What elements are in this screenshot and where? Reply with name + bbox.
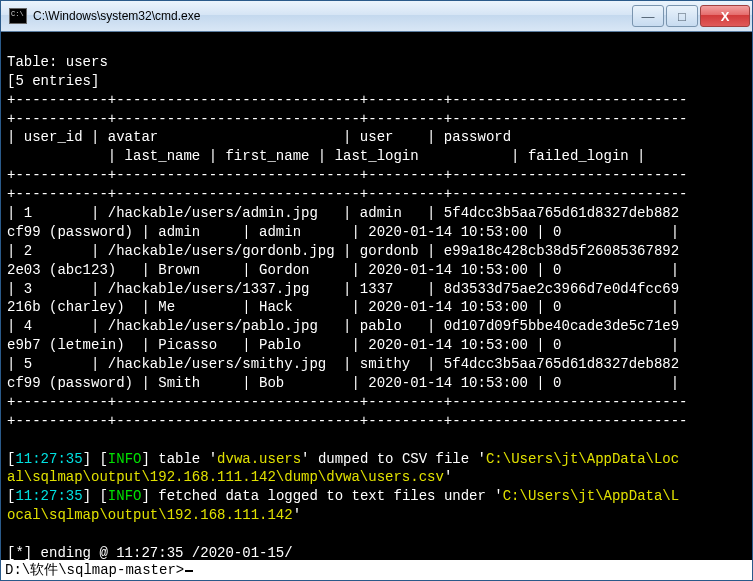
- prompt-line[interactable]: D:\软件\sqlmap-master>: [1, 560, 752, 580]
- minimize-button[interactable]: —: [632, 5, 664, 27]
- log-msg: ] fetched data logged to text files unde…: [141, 488, 502, 504]
- close-button[interactable]: X: [700, 5, 750, 27]
- table-row: 2e03 (abc123) | Brown | Gordon | 2020-01…: [7, 262, 679, 278]
- table-ref: dvwa.users: [217, 451, 301, 467]
- table-row: | 4 | /hackable/users/pablo.jpg | pablo …: [7, 318, 679, 334]
- cursor-icon: [185, 570, 193, 572]
- table-row: e9b7 (letmein) | Picasso | Pablo | 2020-…: [7, 337, 679, 353]
- entry-count: [5 entries]: [7, 73, 99, 89]
- log-msg: ] table ': [141, 451, 217, 467]
- window-title: C:\Windows\system32\cmd.exe: [33, 9, 630, 23]
- table-row: | 5 | /hackable/users/smithy.jpg | smith…: [7, 356, 679, 372]
- divider: +-----------+---------------------------…: [7, 92, 688, 108]
- title-bar[interactable]: C:\Windows\system32\cmd.exe — □ X: [1, 1, 752, 32]
- timestamp: 11:27:35: [15, 451, 82, 467]
- table-row: | 3 | /hackable/users/1337.jpg | 1337 | …: [7, 281, 679, 297]
- col-row: | user_id | avatar | user | password: [7, 129, 671, 145]
- col-row: | last_name | first_name | last_login | …: [7, 148, 646, 164]
- path: C:\Users\jt\AppData\L: [503, 488, 679, 504]
- table-row: 216b (charley) | Me | Hack | 2020-01-14 …: [7, 299, 679, 315]
- terminal-output[interactable]: Table: users [5 entries] +-----------+--…: [1, 32, 752, 560]
- table-row: | 2 | /hackable/users/gordonb.jpg | gord…: [7, 243, 679, 259]
- log-msg: ' dumped to CSV file ': [301, 451, 486, 467]
- path: ocal\sqlmap\output\192.168.111.142: [7, 507, 293, 523]
- prompt-text: D:\软件\sqlmap-master>: [5, 561, 184, 579]
- path: al\sqlmap\output\192.168.111.142\dump\dv…: [7, 469, 444, 485]
- log-level: INFO: [108, 488, 142, 504]
- divider: +-----------+---------------------------…: [7, 413, 688, 429]
- maximize-button[interactable]: □: [666, 5, 698, 27]
- divider: +-----------+---------------------------…: [7, 111, 688, 127]
- timestamp: 11:27:35: [15, 488, 82, 504]
- app-icon: [9, 8, 27, 24]
- path: C:\Users\jt\AppData\Loc: [486, 451, 679, 467]
- table-row: | 1 | /hackable/users/admin.jpg | admin …: [7, 205, 679, 221]
- ending-line: [*] ending @ 11:27:35 /2020-01-15/: [7, 545, 293, 560]
- divider: +-----------+---------------------------…: [7, 167, 688, 183]
- table-row: cf99 (password) | Smith | Bob | 2020-01-…: [7, 375, 679, 391]
- table-row: cf99 (password) | admin | admin | 2020-0…: [7, 224, 679, 240]
- divider: +-----------+---------------------------…: [7, 394, 688, 410]
- divider: +-----------+---------------------------…: [7, 186, 688, 202]
- table-name: Table: users: [7, 54, 108, 70]
- log-level: INFO: [108, 451, 142, 467]
- cmd-window: C:\Windows\system32\cmd.exe — □ X Table:…: [0, 0, 753, 581]
